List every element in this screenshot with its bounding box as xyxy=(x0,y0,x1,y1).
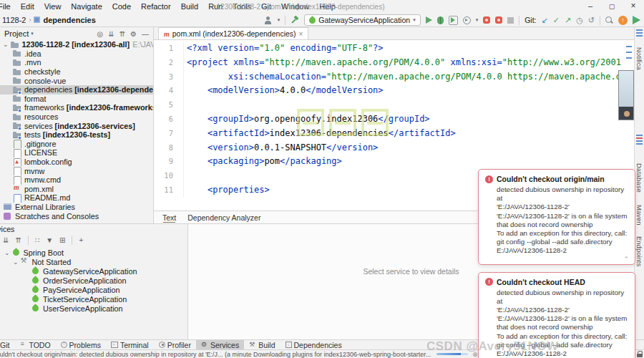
tool-window-button[interactable]: Terminal xyxy=(106,340,154,350)
close-button[interactable] xyxy=(623,0,644,13)
gear-icon[interactable]: ⚙ xyxy=(130,30,137,38)
project-tree-item[interactable]: External Libraries xyxy=(0,203,153,212)
user-icon[interactable] xyxy=(264,16,273,24)
breadcrumb-module[interactable]: dependencies xyxy=(43,16,95,24)
run-coverage-button[interactable] xyxy=(449,16,458,25)
group-icon[interactable]: ∷ xyxy=(35,236,39,244)
search-icon[interactable] xyxy=(605,16,613,24)
run-configuration-select[interactable]: GatewayServiceApplication ▾ xyxy=(304,14,420,26)
git-commit-icon[interactable]: ✓ xyxy=(553,13,560,27)
service-tree-item[interactable]: Spring Boot xyxy=(0,248,187,257)
tool-stripe-notifications[interactable]: Notifica xyxy=(635,47,643,70)
project-tree-item[interactable]: pom.xml xyxy=(0,185,153,194)
maximize-button[interactable] xyxy=(601,0,623,13)
locate-file-icon[interactable]: ◎ xyxy=(97,30,104,38)
plugin-icon[interactable] xyxy=(633,16,640,24)
tree-item-path: E:\JAVA\12306-1128-2 xyxy=(132,40,153,49)
project-tree-item[interactable]: lombok.config xyxy=(0,158,153,167)
project-tree-item[interactable]: mvnw xyxy=(0,166,153,175)
hide-panel-icon[interactable]: — xyxy=(142,30,149,38)
project-tree-item[interactable]: checkstyle xyxy=(0,67,153,77)
expand-all-icon[interactable]: ⇊ xyxy=(108,30,114,38)
git-push-icon[interactable]: ↗ xyxy=(565,13,571,27)
expand-all-icon[interactable]: ⇊ xyxy=(3,236,9,244)
tool-window-button[interactable]: Problems xyxy=(56,340,106,350)
menu-item[interactable]: Navigate xyxy=(66,0,107,13)
editor-tab[interactable]: m pom.xml (index12306-dependencies) × xyxy=(158,27,308,39)
tool-window-label: Services xyxy=(210,341,239,349)
breadcrumb-project[interactable]: 1128-2 xyxy=(2,16,26,24)
project-tree-item[interactable]: LICENSE xyxy=(0,148,153,158)
tab-text[interactable]: Text xyxy=(162,213,176,222)
project-tree-item[interactable]: .idea xyxy=(0,49,153,59)
close-icon[interactable]: × xyxy=(299,30,303,38)
maven-icon: m xyxy=(164,30,170,38)
tool-window-button[interactable]: Dependencies xyxy=(280,340,347,350)
collapse-icon[interactable] xyxy=(623,256,629,263)
profiler-button[interactable] xyxy=(463,16,471,24)
tool-window-button[interactable]: Git xyxy=(0,340,14,350)
chevron-down-icon[interactable]: ▾ xyxy=(31,31,34,37)
project-tree-item[interactable]: tests[index12306-tests] xyxy=(0,130,153,140)
git-rollback-icon[interactable]: ↺ xyxy=(588,13,595,27)
git-update-icon[interactable]: ↙ xyxy=(542,13,548,27)
service-tree-item[interactable]: TicketServiceApplication xyxy=(0,294,187,304)
service-tree-item[interactable]: GatewayServiceApplication xyxy=(0,266,187,276)
project-tree-item[interactable]: resources xyxy=(0,112,153,122)
project-tree-item[interactable]: Scratches and Consoles xyxy=(0,211,153,221)
attach-profiler-icon[interactable] xyxy=(483,16,490,24)
tool-stripe-endpoints[interactable]: Endpoints xyxy=(635,236,643,266)
collapse-all-icon[interactable]: ⇈ xyxy=(119,30,125,38)
project-tree-item[interactable]: README.md xyxy=(0,193,153,203)
tree-item-label: pom.xml xyxy=(24,185,54,193)
tool-stripe-database[interactable]: Database xyxy=(635,163,643,193)
cancel-icon[interactable] xyxy=(472,351,478,358)
project-tree-item[interactable]: frameworks[index12306-frameworks] xyxy=(0,103,153,112)
tool-stripe-maven[interactable]: Maven xyxy=(635,205,643,226)
service-tree-item[interactable]: Not Started xyxy=(0,257,187,266)
project-tree-item[interactable]: mvnw.cmd xyxy=(0,175,153,185)
chevron-down-icon: ▾ xyxy=(278,17,280,23)
notification[interactable]: Couldn't checkout HEAD detected dubious … xyxy=(478,272,635,358)
project-panel-title[interactable]: Project xyxy=(4,29,29,38)
menu-item[interactable]: File xyxy=(0,0,16,13)
tool-window-button[interactable]: Services xyxy=(196,340,244,350)
code-line: 9 <packaging>pom</packaging> xyxy=(154,155,634,169)
project-tree-item[interactable]: console-vue xyxy=(0,76,153,85)
status-message[interactable]: Couldn't checkout origin/main: detected … xyxy=(0,351,252,358)
scrollbar-mark xyxy=(626,57,632,59)
project-tree-item[interactable]: format xyxy=(0,95,153,104)
project-tree-item[interactable]: .gitignore xyxy=(0,140,153,149)
debug-button[interactable] xyxy=(437,16,444,24)
collapse-all-icon[interactable]: ⇈ xyxy=(15,236,21,244)
service-tree-item[interactable]: PayServiceApplication xyxy=(0,285,187,294)
project-tree-item[interactable]: .mvn xyxy=(0,58,153,67)
menu-item[interactable]: Edit xyxy=(16,0,39,13)
add-service-icon[interactable]: ⊞ xyxy=(59,236,65,244)
file-folder-icon xyxy=(12,176,21,184)
git-history-icon[interactable]: ◷ xyxy=(576,13,583,27)
build-hammer-icon[interactable] xyxy=(291,16,299,24)
tool-window-button[interactable]: TODO xyxy=(14,340,55,350)
notification[interactable]: Couldn't checkout origin/main detected d… xyxy=(478,169,635,265)
minimize-button[interactable] xyxy=(580,0,601,13)
plus-icon[interactable]: + xyxy=(79,236,83,244)
menu-item[interactable]: Refactor xyxy=(136,0,176,13)
tab-dependency-analyzer[interactable]: Dependency Analyzer xyxy=(187,213,260,222)
menu-item[interactable]: Code xyxy=(107,0,136,13)
project-tree-item[interactable]: dependencies[index12306-dependencies] xyxy=(0,85,153,95)
service-tree-item[interactable]: OrderServiceApplication xyxy=(0,276,187,285)
run-button[interactable] xyxy=(426,16,432,24)
menu-item[interactable]: View xyxy=(39,0,67,13)
menu-item[interactable]: Build xyxy=(176,0,203,13)
project-tree-item[interactable]: 12306-1128-2[index12306-all]E:\JAVA\1230… xyxy=(0,40,153,49)
attach-profiler-icon-2[interactable] xyxy=(495,16,502,24)
tool-window-button[interactable]: Profiler xyxy=(154,340,196,350)
ide-update-icon[interactable] xyxy=(618,16,628,25)
scrollbar-mark xyxy=(626,46,632,47)
service-tree-item[interactable]: UserServiceApplication xyxy=(0,304,187,313)
project-tree-item[interactable]: services[index12306-services] xyxy=(0,121,153,130)
lock-icon[interactable] xyxy=(637,351,640,357)
filter-icon[interactable]: ▼ xyxy=(46,236,53,244)
tool-window-button[interactable]: Build xyxy=(244,340,280,350)
